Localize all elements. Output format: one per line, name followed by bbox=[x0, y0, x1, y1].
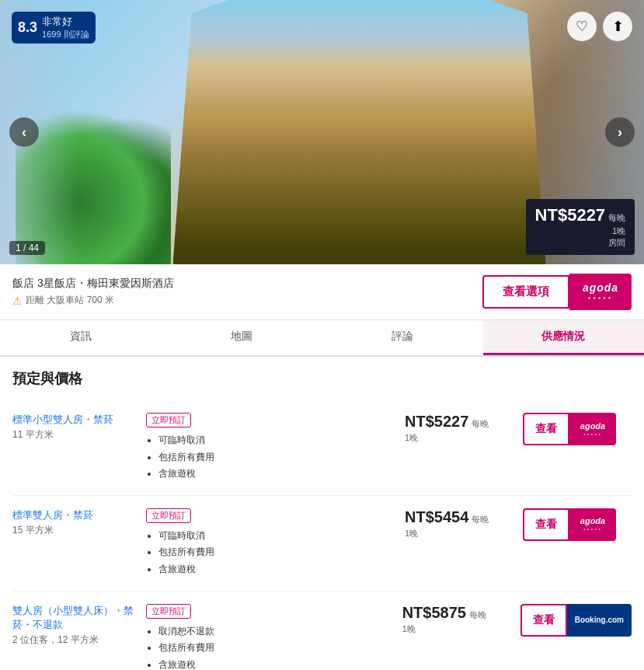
agoda-logo: agoda bbox=[583, 281, 618, 294]
hotel-cta: 查看選項 agoda ••••• bbox=[482, 274, 632, 310]
room-nights-2: 1晚 bbox=[405, 528, 513, 539]
price-badge: NT$5227 每晚 1晚 房間 bbox=[526, 199, 635, 255]
feature-list-1: 可臨時取消 包括所有費用 含旅遊稅 bbox=[146, 432, 395, 483]
feature-2-3: 含旅遊稅 bbox=[158, 561, 395, 578]
booking-details-1: 立即預訂 可臨時取消 包括所有費用 含旅遊稅 bbox=[146, 413, 395, 483]
booking-details-3: 立即預訂 取消恕不退款 包括所有費用 含旅遊稅 bbox=[146, 604, 393, 670]
section-title: 預定與價格 bbox=[12, 369, 632, 388]
booking-details-2: 立即預訂 可臨時取消 包括所有費用 含旅遊稅 bbox=[146, 508, 395, 578]
room-size-1: 11 平方米 bbox=[12, 428, 137, 441]
favorite-button[interactable]: ♡ bbox=[567, 12, 597, 41]
room-row-3: 雙人房（小型雙人床）・禁菸・不退款 2 位住客，12 平方米 立即預訂 取消恕不… bbox=[12, 591, 632, 670]
building-image bbox=[173, 0, 546, 264]
room-nights-1: 1晚 bbox=[405, 432, 513, 444]
booking-provider-btn-3[interactable]: Booking.com bbox=[567, 604, 632, 637]
room-price-unit-1: 每晚 bbox=[472, 419, 489, 428]
feature-2-2: 包括所有費用 bbox=[158, 544, 395, 561]
room-price-3: NT$5875 bbox=[402, 604, 466, 621]
feature-2-1: 可臨時取消 bbox=[158, 528, 395, 545]
rating-badge: 8.3 非常好 1699 則評論 bbox=[12, 12, 96, 44]
hero-price-nights: 1晚 bbox=[535, 225, 625, 237]
room-name-3: 雙人房（小型雙人床）・禁菸・不退款 bbox=[12, 604, 137, 632]
room-price-unit-3: 每晚 bbox=[469, 610, 486, 619]
agoda-dots: ••••• bbox=[588, 294, 614, 302]
provider-name-2: agoda bbox=[580, 516, 605, 525]
hero-price-room: 房間 bbox=[535, 237, 625, 249]
book-btn-group-3: 查看 Booking.com bbox=[520, 604, 632, 637]
room-price-1: NT$5227 bbox=[405, 413, 468, 430]
view-options-button[interactable]: 查看選項 bbox=[482, 275, 569, 309]
room-info-2: 標準雙人房・禁菸 15 平方米 bbox=[12, 508, 137, 537]
tab-info[interactable]: 資訊 bbox=[0, 320, 161, 355]
feature-3-3: 含旅遊稅 bbox=[158, 657, 393, 670]
warning-icon: ⚠ bbox=[12, 295, 23, 307]
agoda-provider-btn-2[interactable]: agoda ••••• bbox=[569, 508, 616, 541]
book-button-1[interactable]: 查看 bbox=[523, 413, 569, 445]
room-name-1: 標準小型雙人房・禁菸 bbox=[12, 413, 137, 427]
tab-map[interactable]: 地圖 bbox=[161, 320, 322, 355]
instant-badge-1: 立即預訂 bbox=[146, 413, 191, 427]
room-info-1: 標準小型雙人房・禁菸 11 平方米 bbox=[12, 413, 137, 441]
feature-3-2: 包括所有費用 bbox=[158, 640, 393, 657]
provider-dots-2: ••••• bbox=[583, 525, 602, 532]
tabs-bar: 資訊 地圖 評論 供應情況 bbox=[0, 320, 644, 357]
room-row-2: 標準雙人房・禁菸 15 平方米 立即預訂 可臨時取消 包括所有費用 含旅遊稅 N… bbox=[12, 496, 632, 591]
feature-1-2: 包括所有費用 bbox=[158, 449, 395, 466]
hero-price-per-night: 每晚 bbox=[608, 213, 625, 222]
book-btn-group-1: 查看 agoda ••••• bbox=[523, 413, 632, 445]
tab-reviews[interactable]: 評論 bbox=[322, 320, 483, 355]
price-col-2: NT$5454 每晚 1晚 bbox=[405, 508, 513, 539]
room-info-3: 雙人房（小型雙人床）・禁菸・不退款 2 位住客，12 平方米 bbox=[12, 604, 137, 647]
room-price-2: NT$5454 bbox=[405, 508, 468, 525]
hero-action-buttons: ♡ ⬆ bbox=[567, 12, 632, 41]
instant-badge-3: 立即預訂 bbox=[146, 604, 191, 619]
room-price-unit-2: 每晚 bbox=[472, 515, 489, 524]
hotel-distance: ⚠ 距離 大阪車站 700 米 bbox=[12, 294, 482, 307]
feature-list-2: 可臨時取消 包括所有費用 含旅遊稅 bbox=[146, 528, 395, 578]
next-photo-button[interactable]: › bbox=[605, 117, 635, 147]
hero-image: 8.3 非常好 1699 則評論 ♡ ⬆ ‹ › 1 / 44 NT$5227 … bbox=[0, 0, 644, 264]
hotel-title: 飯店 3星飯店・梅田東愛因斯酒店 bbox=[12, 277, 482, 291]
hotel-meta: 飯店 3星飯店・梅田東愛因斯酒店 ⚠ 距離 大阪車站 700 米 bbox=[12, 277, 482, 307]
room-name-2: 標準雙人房・禁菸 bbox=[12, 508, 137, 522]
price-col-1: NT$5227 每晚 1晚 bbox=[405, 413, 513, 444]
provider-name-3: Booking.com bbox=[575, 616, 624, 624]
feature-1-3: 含旅遊稅 bbox=[158, 466, 395, 483]
agoda-provider-btn-1[interactable]: agoda ••••• bbox=[569, 413, 616, 445]
prev-photo-button[interactable]: ‹ bbox=[9, 117, 39, 147]
book-button-3[interactable]: 查看 bbox=[520, 604, 567, 637]
room-row-1: 標準小型雙人房・禁菸 11 平方米 立即預訂 可臨時取消 包括所有費用 含旅遊稅… bbox=[12, 400, 632, 496]
provider-name-1: agoda bbox=[580, 421, 605, 431]
book-btn-group-2: 查看 agoda ••••• bbox=[523, 508, 632, 541]
room-size-3: 2 位住客，12 平方米 bbox=[12, 633, 137, 647]
rating-score: 8.3 bbox=[18, 19, 37, 36]
share-button[interactable]: ⬆ bbox=[603, 12, 632, 41]
instant-badge-2: 立即預訂 bbox=[146, 508, 191, 523]
hero-price-amount: NT$5227 bbox=[535, 205, 606, 225]
feature-1-1: 可臨時取消 bbox=[158, 432, 395, 449]
main-content: 預定與價格 標準小型雙人房・禁菸 11 平方米 立即預訂 可臨時取消 包括所有費… bbox=[0, 357, 644, 670]
rating-label: 非常好 bbox=[42, 15, 89, 29]
agoda-hotel-button[interactable]: agoda ••••• bbox=[569, 274, 632, 310]
hotel-info-bar: 飯店 3星飯店・梅田東愛因斯酒店 ⚠ 距離 大阪車站 700 米 查看選項 ag… bbox=[0, 264, 644, 320]
feature-3-1: 取消恕不退款 bbox=[158, 623, 393, 640]
photo-counter: 1 / 44 bbox=[9, 241, 45, 255]
rating-count: 1699 則評論 bbox=[42, 29, 89, 40]
tab-availability[interactable]: 供應情況 bbox=[483, 320, 644, 355]
feature-list-3: 取消恕不退款 包括所有費用 含旅遊稅 bbox=[146, 623, 393, 670]
room-size-2: 15 平方米 bbox=[12, 524, 137, 537]
room-nights-3: 1晚 bbox=[402, 623, 511, 635]
provider-dots-1: ••••• bbox=[583, 431, 602, 438]
price-col-3: NT$5875 每晚 1晚 bbox=[402, 604, 511, 635]
book-button-2[interactable]: 查看 bbox=[523, 508, 569, 541]
